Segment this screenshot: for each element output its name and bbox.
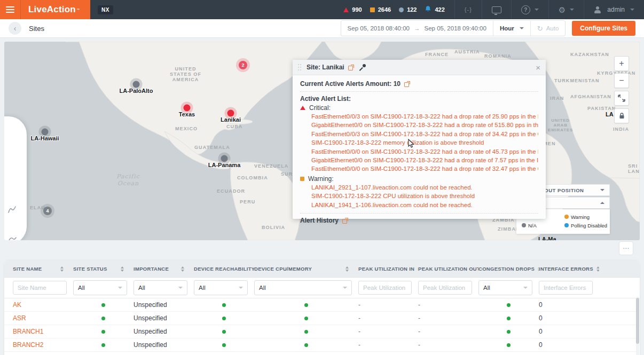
table-cell: 0 — [539, 341, 599, 349]
table-row-partial[interactable] — [4, 352, 640, 355]
site-name-link[interactable]: BRANCH2 — [13, 341, 73, 349]
site-marker-label: LA-Hawaii — [30, 135, 59, 141]
close-icon[interactable]: × — [536, 64, 540, 72]
auto-refresh-button[interactable]: ↻ Auto — [530, 21, 566, 36]
critical-alert-item[interactable]: SIM-C1900-172-18-3-222 memory utilizatio… — [311, 138, 538, 147]
chevron-down-icon — [570, 9, 574, 11]
world-map[interactable]: FRANCEAUSTRIAROMANIAKAZAKHSTANKYRGYZSTAN… — [4, 42, 640, 240]
zoom-in-button[interactable]: + — [614, 56, 629, 71]
filter-input-peak-utilization-out[interactable] — [418, 281, 472, 295]
help-icon: ? — [521, 5, 530, 14]
brand-name: LiveAction — [28, 4, 76, 15]
user-menu[interactable]: admin — [584, 6, 644, 13]
table-row[interactable]: ASRUnspecified--0 — [4, 312, 640, 325]
date-range-picker[interactable]: Sep 05, 2018 08:40:00 → Sep 05, 2018 09:… — [341, 21, 493, 36]
column-header-device-reachability[interactable]: DEVICE REACHABILITY — [194, 266, 254, 272]
filter-input-interface-errors[interactable] — [539, 281, 593, 295]
divider — [300, 213, 538, 214]
green-status-dot — [101, 303, 105, 307]
fullscreen-button[interactable] — [614, 91, 629, 106]
critical-alert-item[interactable]: GigabitEthernet0/0 on SIM-C1900-172-18-3… — [311, 121, 538, 129]
filter-select-importance[interactable]: All — [133, 280, 187, 295]
column-header-peak-utilization-in[interactable]: PEAK UTILIZATION IN — [358, 266, 418, 272]
sort-icon[interactable] — [121, 266, 124, 272]
pin-icon[interactable] — [359, 64, 366, 71]
more-options-button[interactable]: ⋯ — [619, 241, 633, 255]
filter-select-site-status[interactable]: All — [73, 280, 127, 295]
alert-history-link[interactable]: Alert History — [300, 217, 339, 224]
filter-input-peak-utilization-in[interactable] — [358, 281, 412, 295]
draw-tool-icon[interactable] — [7, 205, 17, 215]
warning-alert-item[interactable]: LANIKAI_1941_1-106.liveaction.com could … — [311, 201, 538, 209]
column-header-site-status[interactable]: SITE STATUS — [73, 266, 133, 272]
critical-alert-item[interactable]: GigabitEthernet0/0 on SIM-C1900-172-18-3… — [311, 156, 538, 164]
warning-alert-item[interactable]: LANIKAI_2921_1-107.liveaction.com could … — [311, 183, 538, 192]
brand-logo[interactable]: LiveAction ™ — [21, 0, 90, 19]
popup-header[interactable]: Site: Lanikai × — [293, 60, 546, 75]
configure-sites-button[interactable]: Configure Sites — [572, 21, 635, 36]
interval-dropdown[interactable]: Hour — [493, 21, 530, 36]
map-label: LA-Ma — [538, 236, 556, 240]
code-snippet-button[interactable]: {-} — [455, 6, 482, 13]
table-row[interactable]: AKUnspecified--0 — [4, 298, 640, 312]
lock-map-button[interactable] — [614, 108, 629, 123]
help-menu[interactable]: ? — [512, 5, 548, 14]
column-header-interface-errors[interactable]: INTERFACE ERRORS — [539, 266, 599, 272]
filter-cell: All — [254, 280, 358, 295]
brand-trademark: ™ — [76, 8, 80, 11]
filter-select-value: All — [138, 285, 145, 291]
filter-select-device-reachability[interactable]: All — [194, 280, 248, 295]
column-header-device-cpu-memory[interactable]: DEVICE CPU/MEMORY — [254, 266, 358, 272]
hamburger-menu-button[interactable] — [0, 0, 21, 19]
table-row[interactable]: BRANCH1Unspecified--0 — [4, 325, 640, 338]
legend-label: Warning — [571, 214, 590, 220]
alert-history-external-icon[interactable] — [342, 218, 348, 224]
sort-icon[interactable] — [596, 266, 599, 272]
critical-alert-item[interactable]: FastEthernet0/0/0 on SIM-C1900-172-18-3-… — [311, 147, 538, 156]
chevron-down-icon — [535, 9, 539, 11]
column-header-site-name[interactable]: SITE NAME — [13, 266, 73, 272]
filter-select-device-cpu-memory[interactable]: All — [254, 280, 352, 295]
sort-icon[interactable] — [345, 266, 349, 272]
auto-refresh-label: Auto — [546, 25, 559, 31]
info-alerts-counter[interactable]: 122 — [399, 6, 417, 13]
column-header-importance[interactable]: IMPORTANCE — [133, 266, 194, 272]
critical-alert-item[interactable]: FastEthernet0/0/3 on SIM-C1900-172-18-3-… — [311, 112, 538, 121]
column-header-congestion-drops[interactable]: CONGESTION DROPS — [478, 266, 539, 272]
critical-alerts-counter[interactable]: 990 — [343, 6, 362, 13]
site-name-link[interactable]: ASR — [13, 314, 73, 322]
critical-alert-item[interactable]: FastEthernet0/0/3 on SIM-C1900-172-18-3-… — [311, 130, 538, 138]
back-button[interactable]: ‹ — [9, 22, 21, 35]
sort-icon[interactable] — [60, 266, 64, 272]
status-dot-cell — [194, 330, 254, 334]
alerts-amount-external-icon[interactable] — [404, 81, 410, 87]
display-button[interactable] — [482, 6, 511, 13]
table-row[interactable]: BRANCH2Unspecified--0 — [4, 338, 640, 352]
column-header-peak-utilization-out[interactable]: PEAK UTILIZATION OUT — [418, 266, 478, 272]
notifications-counter[interactable]: 422 — [425, 5, 444, 14]
measure-tool-icon[interactable] — [7, 235, 17, 240]
map-tools-flyout[interactable] — [4, 116, 27, 240]
open-site-external-icon[interactable] — [348, 65, 354, 70]
status-dot-cell — [254, 330, 358, 334]
cluster-marker[interactable]: 4 — [43, 207, 52, 215]
filter-select-congestion-drops[interactable]: All — [478, 280, 532, 295]
drag-handle-icon[interactable] — [298, 64, 301, 71]
warning-alert-item[interactable]: SIM-C1900-172-18-3-222 CPU utilization i… — [311, 192, 538, 200]
status-dot-cell — [254, 343, 358, 347]
sort-desc-icon — [345, 270, 349, 272]
filter-input-site-name[interactable] — [13, 281, 67, 295]
sort-icon[interactable] — [181, 266, 184, 272]
chevron-down-icon — [630, 9, 634, 11]
chevron-down-icon — [118, 287, 122, 289]
site-name-link[interactable]: BRANCH1 — [13, 328, 73, 335]
cluster-marker[interactable]: 2 — [239, 61, 247, 69]
site-name-link[interactable]: AK — [13, 301, 73, 309]
critical-alert-item[interactable]: FastEthernet0/0/0 on SIM-C1900-172-18-3-… — [311, 164, 538, 173]
zoom-out-button[interactable]: − — [614, 73, 629, 88]
settings-menu[interactable]: ⚙ — [549, 6, 584, 14]
green-status-dot — [101, 317, 105, 320]
scrollbar-thumb[interactable] — [636, 298, 639, 344]
warning-alerts-counter[interactable]: 2646 — [370, 6, 391, 13]
table-scrollbar[interactable] — [636, 297, 639, 355]
